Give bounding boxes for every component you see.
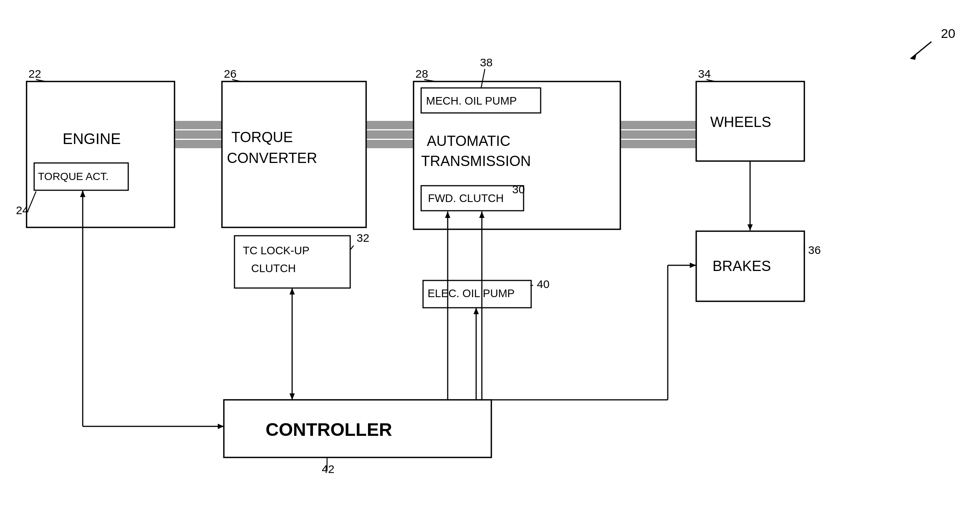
ref-40: 40 (537, 278, 549, 290)
torque-act-text: TORQUE ACT. (38, 171, 108, 182)
elec-oil-pump-text: ELEC. OIL PUMP (428, 287, 514, 300)
brakes-text: BRAKES (713, 258, 771, 274)
ref-42: 42 (322, 463, 334, 475)
engine-text: ENGINE (63, 130, 121, 147)
tc-lockup-text1: TC LOCK-UP (243, 244, 310, 257)
ref-28: 28 (415, 67, 428, 80)
ref-32: 32 (356, 231, 369, 244)
at-text1: AUTOMATIC (427, 133, 510, 149)
wheels-text: WHEELS (710, 114, 771, 130)
ref-38: 38 (480, 56, 492, 68)
ref-26: 26 (224, 67, 236, 80)
diagram-container: 20 ENGINE TORQUE ACT. 22 24 TORQUE CONVE… (0, 0, 980, 523)
ref-num-20: 20 (941, 26, 955, 41)
tc-text1: TORQUE (231, 129, 293, 145)
ref-22: 22 (29, 67, 41, 80)
ref-30: 30 (512, 183, 525, 196)
controller-text: CONTROLLER (266, 420, 392, 440)
tc-lockup-text2: CLUTCH (251, 262, 296, 274)
ref-34: 34 (698, 67, 711, 80)
tc-text2: CONVERTER (227, 150, 317, 166)
engine-box (27, 81, 175, 227)
ref-24: 24 (16, 204, 29, 216)
fwd-clutch-text: FWD. CLUTCH (428, 192, 504, 204)
mech-oil-pump-text: MECH. OIL PUMP (426, 95, 517, 107)
tc-lockup-box (234, 236, 350, 288)
ref-36: 36 (808, 244, 821, 256)
at-text2: TRANSMISSION (421, 153, 531, 169)
